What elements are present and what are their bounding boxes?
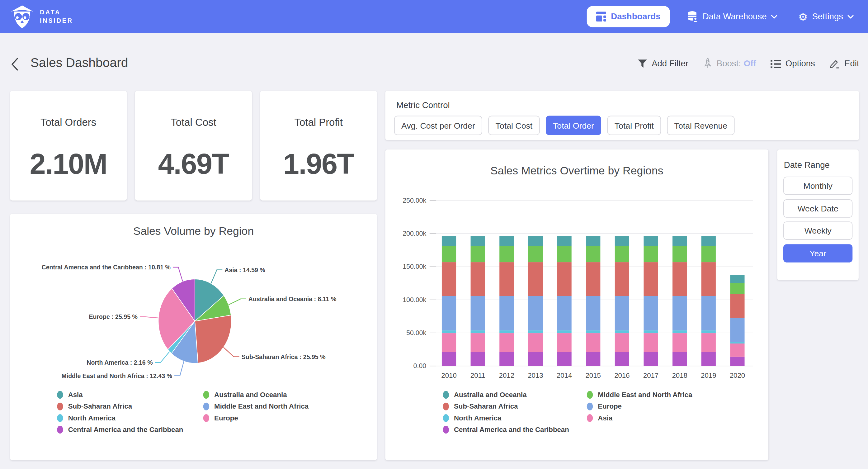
bar-segment-2017-sub-saharan-africa[interactable] bbox=[644, 262, 658, 296]
bar-segment-2020-middle-east-and-north-africa[interactable] bbox=[730, 283, 744, 294]
bar-segment-2014-australia-and-oceania[interactable] bbox=[557, 236, 571, 246]
bar-segment-2014-asia[interactable] bbox=[557, 333, 571, 352]
date-range-option-monthly[interactable]: Monthly bbox=[783, 177, 852, 195]
bar-segment-2020-north-america[interactable] bbox=[730, 342, 744, 344]
bar-segment-2018-central-america-and-the-caribbean[interactable] bbox=[673, 352, 687, 366]
legend-item-north-america[interactable]: North America bbox=[443, 414, 569, 422]
legend-item-europe[interactable]: Europe bbox=[203, 414, 309, 422]
bar-segment-2019-sub-saharan-africa[interactable] bbox=[702, 262, 716, 296]
bar-segment-2011-asia[interactable] bbox=[471, 333, 485, 352]
bar-segment-2013-sub-saharan-africa[interactable] bbox=[528, 262, 542, 296]
bar-segment-2010-asia[interactable] bbox=[442, 333, 456, 352]
bar-segment-2013-australia-and-oceania[interactable] bbox=[528, 236, 542, 246]
bar-segment-2011-europe[interactable] bbox=[471, 296, 485, 331]
bar-segment-2019-middle-east-and-north-africa[interactable] bbox=[702, 246, 716, 262]
bar-segment-2017-australia-and-oceania[interactable] bbox=[644, 236, 658, 246]
nav-settings-button[interactable]: ⚙ Settings bbox=[795, 11, 857, 23]
bar-segment-2013-north-america[interactable] bbox=[528, 330, 542, 333]
bar-segment-2012-sub-saharan-africa[interactable] bbox=[499, 262, 514, 296]
legend-item-asia[interactable]: Asia bbox=[587, 414, 692, 422]
bar-segment-2017-asia[interactable] bbox=[644, 333, 658, 352]
bar-segment-2013-europe[interactable] bbox=[528, 296, 542, 331]
bar-segment-2011-sub-saharan-africa[interactable] bbox=[471, 262, 485, 296]
date-range-option-year[interactable]: Year bbox=[783, 244, 852, 262]
bar-segment-2015-asia[interactable] bbox=[586, 333, 600, 352]
bar-segment-2011-central-america-and-the-caribbean[interactable] bbox=[471, 352, 485, 366]
bar-segment-2016-north-america[interactable] bbox=[615, 330, 629, 333]
bar-segment-2015-north-america[interactable] bbox=[586, 330, 600, 333]
options-button[interactable]: Options bbox=[771, 59, 815, 68]
bar-segment-2010-north-america[interactable] bbox=[442, 330, 456, 333]
bar-segment-2010-europe[interactable] bbox=[442, 296, 456, 331]
legend-item-north-america[interactable]: North America bbox=[57, 414, 183, 422]
bar-segment-2016-europe[interactable] bbox=[615, 296, 629, 331]
bar-segment-2012-australia-and-oceania[interactable] bbox=[499, 236, 514, 246]
legend-item-central-america-and-the-caribbean[interactable]: Central America and the Caribbean bbox=[443, 426, 569, 434]
bar-segment-2018-north-america[interactable] bbox=[673, 330, 687, 333]
metric-option-total-cost[interactable]: Total Cost bbox=[489, 116, 540, 135]
bar-segment-2016-central-america-and-the-caribbean[interactable] bbox=[615, 352, 629, 366]
bar-segment-2019-asia[interactable] bbox=[702, 333, 716, 352]
bar-segment-2012-middle-east-and-north-africa[interactable] bbox=[499, 246, 514, 262]
bar-segment-2020-asia[interactable] bbox=[730, 344, 744, 357]
legend-item-sub-saharan-africa[interactable]: Sub-Saharan Africa bbox=[443, 403, 569, 410]
bar-segment-2010-middle-east-and-north-africa[interactable] bbox=[442, 246, 456, 262]
legend-item-middle-east-and-north-africa[interactable]: Middle East and North Africa bbox=[203, 403, 309, 410]
brand[interactable]: DATA INSIDER bbox=[10, 4, 73, 29]
bar-segment-2013-middle-east-and-north-africa[interactable] bbox=[528, 246, 542, 262]
bar-segment-2016-sub-saharan-africa[interactable] bbox=[615, 262, 629, 296]
bar-segment-2011-middle-east-and-north-africa[interactable] bbox=[471, 246, 485, 262]
bar-segment-2010-central-america-and-the-caribbean[interactable] bbox=[442, 352, 456, 366]
date-range-option-weekly[interactable]: Weekly bbox=[783, 222, 852, 240]
legend-item-australia-and-oceania[interactable]: Australia and Oceania bbox=[443, 391, 569, 399]
bar-segment-2018-middle-east-and-north-africa[interactable] bbox=[673, 246, 687, 262]
bar-segment-2012-europe[interactable] bbox=[499, 296, 514, 331]
legend-item-australia-and-oceania[interactable]: Australia and Oceania bbox=[203, 391, 309, 399]
bar-segment-2017-central-america-and-the-caribbean[interactable] bbox=[644, 352, 658, 366]
bar-segment-2016-australia-and-oceania[interactable] bbox=[615, 236, 629, 246]
bar-segment-2015-middle-east-and-north-africa[interactable] bbox=[586, 246, 600, 262]
bar-segment-2013-asia[interactable] bbox=[528, 333, 542, 352]
legend-item-europe[interactable]: Europe bbox=[587, 403, 692, 410]
legend-item-middle-east-and-north-africa[interactable]: Middle East and North Africa bbox=[587, 391, 692, 399]
nav-data-warehouse-button[interactable]: Data Warehouse bbox=[684, 10, 780, 23]
bar-segment-2015-central-america-and-the-caribbean[interactable] bbox=[586, 352, 600, 366]
bar-segment-2020-sub-saharan-africa[interactable] bbox=[730, 294, 744, 318]
bar-segment-2012-central-america-and-the-caribbean[interactable] bbox=[499, 352, 514, 366]
back-button[interactable] bbox=[11, 56, 23, 72]
add-filter-button[interactable]: Add Filter bbox=[638, 59, 688, 68]
bar-segment-2016-middle-east-and-north-africa[interactable] bbox=[615, 246, 629, 262]
bar-segment-2017-north-america[interactable] bbox=[644, 330, 658, 333]
bar-segment-2020-australia-and-oceania[interactable] bbox=[730, 275, 744, 283]
edit-button[interactable]: Edit bbox=[829, 59, 859, 69]
bar-segment-2017-middle-east-and-north-africa[interactable] bbox=[644, 246, 658, 262]
bar-segment-2018-europe[interactable] bbox=[673, 296, 687, 331]
bar-segment-2014-sub-saharan-africa[interactable] bbox=[557, 262, 571, 296]
bar-segment-2020-europe[interactable] bbox=[730, 318, 744, 342]
metric-option-total-profit[interactable]: Total Profit bbox=[608, 116, 661, 135]
bar-segment-2015-europe[interactable] bbox=[586, 296, 600, 331]
pie-slice-sub-saharan-africa[interactable] bbox=[195, 315, 231, 363]
bar-segment-2013-central-america-and-the-caribbean[interactable] bbox=[528, 352, 542, 366]
bar-segment-2014-central-america-and-the-caribbean[interactable] bbox=[557, 352, 571, 366]
bar-segment-2012-asia[interactable] bbox=[499, 333, 514, 352]
bar-segment-2019-north-america[interactable] bbox=[702, 330, 716, 333]
legend-item-sub-saharan-africa[interactable]: Sub-Saharan Africa bbox=[57, 403, 183, 410]
bar-segment-2020-central-america-and-the-caribbean[interactable] bbox=[730, 357, 744, 366]
bar-segment-2014-europe[interactable] bbox=[557, 296, 571, 331]
bar-segment-2015-australia-and-oceania[interactable] bbox=[586, 236, 600, 246]
bar-segment-2016-asia[interactable] bbox=[615, 333, 629, 352]
date-range-option-week-date[interactable]: Week Date bbox=[783, 199, 852, 217]
bar-segment-2018-sub-saharan-africa[interactable] bbox=[673, 262, 687, 296]
bar-segment-2019-australia-and-oceania[interactable] bbox=[702, 236, 716, 246]
nav-dashboards-button[interactable]: Dashboards bbox=[587, 6, 670, 27]
bar-segment-2018-asia[interactable] bbox=[673, 333, 687, 352]
bar-segment-2014-middle-east-and-north-africa[interactable] bbox=[557, 246, 571, 262]
boost-toggle[interactable]: Boost: Off bbox=[703, 58, 756, 70]
metric-option-avg-cost-per-order[interactable]: Avg. Cost per Order bbox=[394, 116, 482, 135]
metric-option-total-order[interactable]: Total Order bbox=[546, 116, 601, 135]
legend-item-asia[interactable]: Asia bbox=[57, 391, 183, 399]
bar-segment-2019-europe[interactable] bbox=[702, 296, 716, 331]
bar-segment-2014-north-america[interactable] bbox=[557, 330, 571, 333]
bar-segment-2011-north-america[interactable] bbox=[471, 330, 485, 333]
